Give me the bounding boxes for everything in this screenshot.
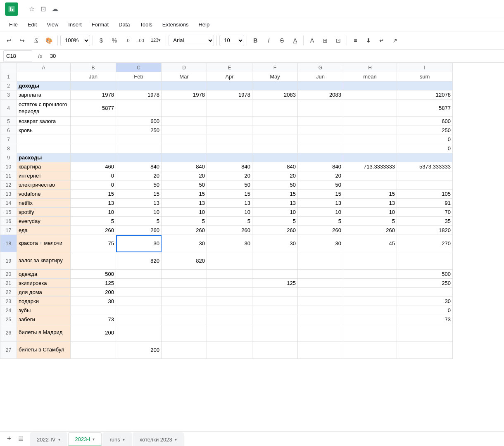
cell-23-g[interactable]	[298, 297, 343, 306]
cell-13-c[interactable]: 15	[116, 190, 162, 199]
cell-11-f[interactable]: 20	[252, 171, 298, 180]
cell-5-f[interactable]	[252, 117, 298, 126]
cell-19-f[interactable]	[252, 252, 298, 270]
cloud-icon[interactable]: ☁	[52, 5, 58, 13]
cell-18-e[interactable]: 30	[207, 235, 252, 252]
font-size-select[interactable]: 10	[219, 35, 244, 46]
cell-21-i[interactable]: 250	[397, 279, 453, 288]
cell-17-d[interactable]: 260	[162, 226, 207, 235]
cell-7-i[interactable]: 0	[397, 135, 453, 144]
cell-8-g[interactable]	[298, 144, 343, 153]
cell-4-e[interactable]	[207, 100, 252, 117]
cell-27-b[interactable]	[71, 342, 116, 359]
cell-12-d[interactable]: 50	[162, 180, 207, 190]
cell-8-a[interactable]	[17, 144, 71, 153]
cell-25-a[interactable]: забеги	[17, 315, 71, 324]
cell-20-h[interactable]	[343, 270, 397, 279]
col-header-b[interactable]: B	[71, 63, 116, 72]
cell-10-h[interactable]: 713.3333333	[343, 162, 397, 171]
cell-4-b[interactable]: 5877	[71, 100, 116, 117]
cell-22-d[interactable]	[162, 288, 207, 297]
cell-11-b[interactable]: 0	[71, 171, 116, 180]
cell-2-a[interactable]: доходы	[17, 81, 71, 90]
underline-button[interactable]: A	[289, 35, 301, 46]
cell-24-a[interactable]: зубы	[17, 306, 71, 315]
cell-9-e[interactable]	[207, 153, 252, 162]
tab-2023-I[interactable]: 2023-I ▾	[68, 432, 102, 446]
cell-14-i[interactable]: 91	[397, 199, 453, 208]
currency-button[interactable]: $	[95, 35, 107, 46]
cell-23-i[interactable]: 30	[397, 297, 453, 306]
cell-6-f[interactable]	[252, 126, 298, 135]
cell-3-f[interactable]: 2083	[252, 90, 298, 100]
cell-23-b[interactable]: 30	[71, 297, 116, 306]
cell-7-h[interactable]	[343, 135, 397, 144]
col-header-c[interactable]: C	[116, 63, 162, 72]
menu-extensions[interactable]: Extensions	[158, 20, 193, 29]
cell-21-a[interactable]: экипировка	[17, 279, 71, 288]
cell-14-c[interactable]: 13	[116, 199, 162, 208]
add-sheet-button[interactable]: +	[3, 433, 15, 445]
cell-16-i[interactable]: 35	[397, 217, 453, 226]
cell-22-h[interactable]	[343, 288, 397, 297]
cell-10-d[interactable]: 840	[162, 162, 207, 171]
cell-reference[interactable]	[3, 50, 32, 62]
cell-13-d[interactable]: 15	[162, 190, 207, 199]
cell-14-f[interactable]: 13	[252, 199, 298, 208]
cell-27-d[interactable]	[162, 342, 207, 359]
cell-10-g[interactable]: 840	[298, 162, 343, 171]
print-button[interactable]: 🖨	[30, 35, 41, 46]
cell-10-i[interactable]: 5373.333333	[397, 162, 453, 171]
cell-25-h[interactable]	[343, 315, 397, 324]
cell-4-a[interactable]: остаток с прошлого периода	[17, 100, 71, 117]
cell-11-i[interactable]	[397, 171, 453, 180]
cell-3-c[interactable]: 1978	[116, 90, 162, 100]
cell-26-e[interactable]	[207, 324, 252, 342]
cell-17-f[interactable]: 260	[252, 226, 298, 235]
cell-18-g[interactable]: 30	[298, 235, 343, 252]
format123-button[interactable]: 123▾	[148, 35, 163, 46]
cell-5-e[interactable]	[207, 117, 252, 126]
cell-17-a[interactable]: еда	[17, 226, 71, 235]
folder-icon[interactable]: ⊡	[40, 5, 46, 13]
cell-1-h[interactable]: mean	[343, 72, 397, 81]
cell-10-f[interactable]: 840	[252, 162, 298, 171]
cell-24-i[interactable]: 0	[397, 306, 453, 315]
cell-5-a[interactable]: возврат залога	[17, 117, 71, 126]
cell-22-g[interactable]	[298, 288, 343, 297]
cell-14-a[interactable]: netflix	[17, 199, 71, 208]
cell-23-d[interactable]	[162, 297, 207, 306]
cell-19-b[interactable]	[71, 252, 116, 270]
cell-27-e[interactable]	[207, 342, 252, 359]
cell-4-i[interactable]: 5877	[397, 100, 453, 117]
cell-16-b[interactable]: 5	[71, 217, 116, 226]
cell-7-a[interactable]	[17, 135, 71, 144]
cell-21-h[interactable]	[343, 279, 397, 288]
col-header-e[interactable]: E	[207, 63, 252, 72]
align-button[interactable]: ≡	[349, 35, 361, 46]
cell-22-i[interactable]	[397, 288, 453, 297]
menu-edit[interactable]: Edit	[24, 20, 41, 29]
cell-26-g[interactable]	[298, 324, 343, 342]
cell-21-g[interactable]	[298, 279, 343, 288]
cell-18-b[interactable]: 75	[71, 235, 116, 252]
cell-9-g[interactable]	[298, 153, 343, 162]
cell-1-a[interactable]	[17, 72, 71, 81]
cell-19-i[interactable]	[397, 252, 453, 270]
cell-5-d[interactable]	[162, 117, 207, 126]
cell-14-h[interactable]: 13	[343, 199, 397, 208]
cell-22-a[interactable]: для дома	[17, 288, 71, 297]
paint-format-button[interactable]: 🎨	[43, 35, 55, 46]
cell-5-h[interactable]	[343, 117, 397, 126]
cell-26-h[interactable]	[343, 324, 397, 342]
cell-24-e[interactable]	[207, 306, 252, 315]
cell-17-h[interactable]: 260	[343, 226, 397, 235]
cell-25-d[interactable]	[162, 315, 207, 324]
cell-2-b[interactable]	[71, 81, 116, 90]
cell-23-f[interactable]	[252, 297, 298, 306]
cell-26-b[interactable]: 200	[71, 324, 116, 342]
cell-15-f[interactable]: 10	[252, 208, 298, 217]
strikethrough-button[interactable]: S	[276, 35, 288, 46]
menu-insert[interactable]: Insert	[64, 20, 86, 29]
cell-6-i[interactable]: 250	[397, 126, 453, 135]
